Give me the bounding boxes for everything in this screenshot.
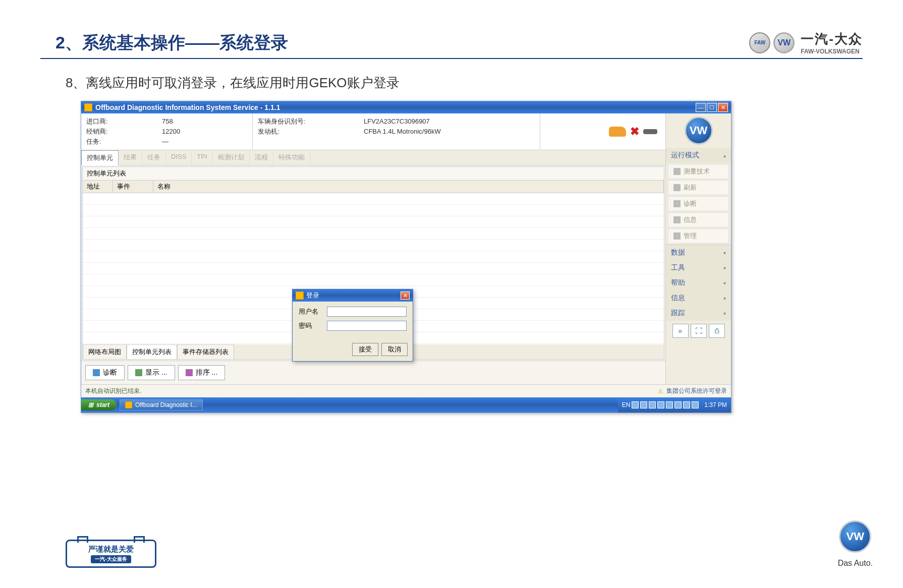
side-item-diag[interactable]: 诊断 — [668, 196, 729, 211]
lang-indicator[interactable]: EN — [622, 401, 631, 408]
start-button[interactable]: ⊞start — [81, 399, 117, 410]
side-info-header[interactable]: 信息▾ — [666, 290, 731, 306]
tray-icon[interactable] — [640, 401, 647, 408]
faw-logo-icon: FAW — [749, 32, 770, 53]
chevron-down-icon: ▾ — [723, 280, 726, 286]
col-address[interactable]: 地址 — [83, 181, 113, 193]
diag-button[interactable]: 诊断 — [85, 365, 125, 380]
statusbar: 本机自动识别已结束. ⚠集团公司系统许可登录 — [81, 384, 731, 397]
app-titlebar[interactable]: Offboard Diagnostic Information System S… — [81, 101, 731, 113]
side-trace-header[interactable]: 跟踪▾ — [666, 306, 731, 321]
subtab-network[interactable]: 网络布局图 — [83, 344, 127, 359]
subtab-list[interactable]: 控制单元列表 — [127, 344, 177, 359]
grid-body[interactable]: 登录 ✕ 用户名 密码 — [83, 193, 664, 344]
cancel-button[interactable]: 取消 — [381, 343, 408, 356]
tab-tasks[interactable]: 任务 — [142, 150, 166, 165]
taskbar-task[interactable]: Offboard Diagnostic I... — [120, 399, 203, 410]
das-auto-text: Das Auto. — [838, 559, 873, 568]
system-tray[interactable]: EN 1:37 PM — [618, 397, 731, 413]
tab-testplan[interactable]: 检测计划 — [213, 150, 250, 165]
dialog-icon — [296, 291, 304, 300]
tab-process[interactable]: 流程 — [250, 150, 273, 165]
expand-button[interactable]: ⛶ — [691, 324, 707, 338]
warning-icon: ⚠ — [658, 388, 663, 395]
dialog-title: 登录 — [306, 291, 319, 300]
side-tools-header[interactable]: 工具▾ — [666, 260, 731, 275]
chevron-down-icon: ▾ — [723, 265, 726, 271]
tab-special[interactable]: 特殊功能 — [273, 150, 310, 165]
tray-icon[interactable] — [674, 401, 682, 408]
diag-icon — [93, 369, 100, 376]
tab-control-unit[interactable]: 控制单元 — [81, 150, 119, 165]
side-data-header[interactable]: 数据▾ — [666, 245, 731, 260]
gear-icon — [673, 232, 681, 240]
key-icon — [643, 129, 657, 134]
slide-footer: 严谨就是关爱 一汽-大众服务 VW Das Auto. — [66, 517, 873, 568]
display-button[interactable]: 显示 ... — [128, 365, 175, 380]
brand-name-cn: 一汽-大众 — [801, 30, 863, 48]
username-label: 用户名 — [299, 307, 323, 316]
grid-header: 地址 事件 名称 — [83, 181, 664, 193]
refresh-icon — [673, 184, 681, 191]
sort-button[interactable]: 排序 ... — [178, 365, 225, 380]
dialog-titlebar[interactable]: 登录 ✕ — [293, 289, 413, 302]
col-event[interactable]: 事件 — [113, 181, 153, 193]
chevron-down-icon: ▾ — [723, 250, 726, 256]
chevron-down-icon: ▾ — [723, 296, 726, 301]
tab-tpi[interactable]: TPI — [192, 150, 212, 165]
toolbar: 诊断 显示 ... 排序 ... — [81, 361, 665, 384]
chevron-down-icon: ▾ — [723, 311, 726, 316]
tray-icon[interactable] — [692, 401, 699, 408]
footer-vw: VW Das Auto. — [838, 517, 873, 568]
tab-results[interactable]: 结果 — [119, 150, 142, 165]
password-input[interactable] — [327, 321, 407, 331]
tray-icon[interactable] — [632, 401, 639, 408]
info-row: 进口商:758 经销商:12200 任务:— 车辆身份识别号:LFV2A23C7… — [81, 113, 665, 150]
clock[interactable]: 1:37 PM — [704, 401, 727, 408]
chevron-up-icon: ▴ — [723, 153, 726, 158]
app-title: Offboard Diagnostic Information System S… — [95, 103, 280, 111]
tray-icon[interactable] — [657, 401, 664, 408]
logo-group: FAW VW 一汽-大众 FAW-VOLKSWAGEN — [749, 30, 863, 55]
password-label: 密码 — [299, 321, 323, 330]
minimize-button[interactable]: — — [696, 103, 706, 112]
engine-label: 发动机: — [258, 127, 364, 137]
slide-title: 2、系统基本操作——系统登录 — [40, 31, 288, 54]
main-tabs: 控制单元 结果 任务 DISS TPI 检测计划 流程 特殊功能 — [81, 150, 665, 165]
info-icon — [673, 216, 681, 223]
tray-icon[interactable] — [649, 401, 656, 408]
next-button[interactable]: » — [672, 324, 689, 338]
dialog-close-button[interactable]: ✕ — [401, 291, 410, 300]
importer-value: 758 — [162, 116, 173, 127]
app-icon — [84, 103, 92, 111]
username-input[interactable] — [327, 307, 407, 317]
vin-value: LFV2A23C7C3096907 — [364, 116, 430, 127]
slide-header: 2、系统基本操作——系统登录 FAW VW 一汽-大众 FAW-VOLKSWAG… — [40, 30, 863, 59]
badge-text: 严谨就是关爱 — [88, 545, 134, 554]
side-item-measure[interactable]: 测量技术 — [668, 164, 729, 179]
task-label: 任务: — [86, 137, 162, 147]
tray-icon[interactable] — [666, 401, 673, 408]
col-name[interactable]: 名称 — [153, 181, 664, 193]
accept-button[interactable]: 接受 — [352, 343, 378, 356]
app-window: Offboard Diagnostic Information System S… — [81, 101, 731, 413]
tray-icon[interactable] — [683, 401, 690, 408]
windows-icon: ⊞ — [88, 401, 93, 408]
print-button[interactable]: ⎙ — [709, 324, 725, 338]
dealer-label: 经销商: — [86, 127, 162, 137]
close-button[interactable]: ✕ — [718, 103, 728, 112]
task-icon — [125, 401, 132, 408]
display-icon — [135, 369, 142, 376]
importer-label: 进口商: — [86, 116, 162, 127]
side-item-admin[interactable]: 管理 — [668, 228, 729, 244]
engine-value: CFBA 1.4L Motronic/96kW — [364, 127, 441, 137]
tab-diss[interactable]: DISS — [166, 150, 192, 165]
vw-footer-logo-icon: VW — [839, 520, 871, 553]
side-item-info[interactable]: 信息 — [668, 212, 729, 227]
footer-badge: 严谨就是关爱 一汽-大众服务 — [66, 540, 156, 568]
subtab-eventmem[interactable]: 事件存储器列表 — [177, 344, 234, 359]
maximize-button[interactable]: ☐ — [707, 103, 717, 112]
side-mode-header[interactable]: 运行模式▴ — [666, 148, 731, 163]
side-help-header[interactable]: 帮助▾ — [666, 275, 731, 290]
side-item-refresh[interactable]: 刷新 — [668, 180, 729, 195]
